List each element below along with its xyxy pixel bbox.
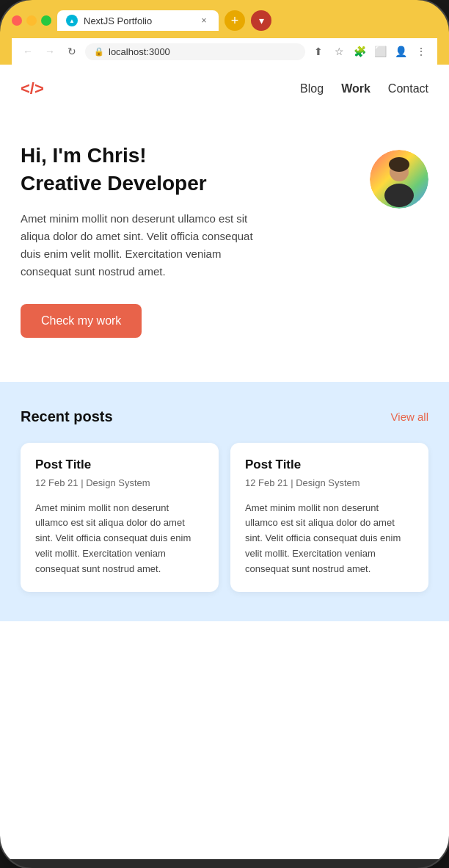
avatar-image	[370, 150, 428, 209]
url-text: localhost:3000	[109, 46, 170, 57]
url-field[interactable]: 🔒 localhost:3000	[85, 43, 305, 60]
address-bar: ← → ↻ 🔒 localhost:3000 ⬆ ☆ 🧩 ⬜ 👤 ⋮	[12, 38, 437, 65]
bookmark-icon[interactable]: ☆	[330, 43, 348, 60]
cta-button[interactable]: Check my work	[21, 304, 142, 338]
traffic-light-red[interactable]	[12, 15, 22, 26]
post-excerpt-2: Amet minim mollit non deserunt ullamco e…	[245, 501, 414, 577]
browser-actions: ⬆ ☆ 🧩 ⬜ 👤 ⋮	[310, 43, 430, 60]
hero-greeting: Hi, I'm Chris!	[21, 142, 358, 169]
phone-frame: ▲ NextJS Portfolio × + ▾ ← → ↻ 🔒 localho…	[0, 0, 449, 868]
section-header: Recent posts View all	[21, 408, 428, 425]
svg-point-3	[384, 184, 414, 207]
nav-link-work[interactable]: Work	[341, 82, 370, 95]
tab-favicon: ▲	[66, 15, 78, 26]
avatar-svg	[370, 150, 428, 209]
avatar-container	[370, 150, 428, 209]
lock-icon: 🔒	[94, 47, 104, 57]
navbar: </> Blog Work Contact	[0, 65, 449, 113]
tab-close-button[interactable]: ×	[198, 15, 210, 26]
post-meta-1: 12 Feb 21 | Design System	[35, 477, 204, 490]
hero-inner: Hi, I'm Chris! Creative Developer Amet m…	[21, 142, 428, 281]
recent-posts-section: Recent posts View all Post Title 12 Feb …	[0, 382, 449, 621]
hero-text: Hi, I'm Chris! Creative Developer Amet m…	[21, 142, 358, 281]
hero-role: Creative Developer	[21, 172, 358, 195]
traffic-light-yellow[interactable]	[26, 15, 37, 26]
tab-switcher-icon[interactable]: ⬜	[371, 43, 389, 60]
hero-description: Amet minim mollit non deserunt ullamco e…	[21, 210, 270, 281]
site-logo[interactable]: </>	[21, 79, 44, 98]
tab-title: NextJS Portfolio	[84, 15, 192, 26]
nav-link-blog[interactable]: Blog	[300, 82, 324, 95]
avatar	[370, 150, 428, 209]
traffic-light-green[interactable]	[41, 15, 51, 26]
more-options-icon[interactable]: ⋮	[412, 43, 430, 60]
refresh-button[interactable]: ↻	[63, 43, 81, 60]
page-content: </> Blog Work Contact Hi, I'm Chris! Cre…	[0, 65, 449, 859]
post-card-2[interactable]: Post Title 12 Feb 21 | Design System Ame…	[230, 443, 428, 591]
browser-tab-active[interactable]: ▲ NextJS Portfolio ×	[57, 10, 219, 31]
view-all-link[interactable]: View all	[391, 411, 428, 423]
forward-button[interactable]: →	[41, 43, 59, 60]
post-title-1: Post Title	[35, 457, 204, 472]
post-title-2: Post Title	[245, 457, 414, 472]
section-title: Recent posts	[21, 408, 113, 425]
traffic-lights	[12, 15, 51, 26]
nav-links: Blog Work Contact	[300, 82, 428, 95]
post-card-1[interactable]: Post Title 12 Feb 21 | Design System Ame…	[21, 443, 219, 591]
tab-bar: ▲ NextJS Portfolio × + ▾	[12, 10, 437, 31]
hero-section: Hi, I'm Chris! Creative Developer Amet m…	[0, 113, 449, 382]
posts-grid: Post Title 12 Feb 21 | Design System Ame…	[21, 443, 428, 591]
back-button[interactable]: ←	[19, 43, 37, 60]
post-meta-2: 12 Feb 21 | Design System	[245, 477, 414, 490]
svg-point-4	[389, 157, 409, 172]
extensions-icon[interactable]: 🧩	[351, 43, 368, 60]
profile-icon[interactable]: 👤	[392, 43, 409, 60]
new-tab-button[interactable]: +	[224, 10, 245, 31]
share-icon[interactable]: ⬆	[310, 43, 327, 60]
browser-chrome: ▲ NextJS Portfolio × + ▾ ← → ↻ 🔒 localho…	[0, 0, 449, 65]
browser-menu-button[interactable]: ▾	[251, 10, 271, 31]
nav-link-contact[interactable]: Contact	[388, 82, 428, 95]
post-excerpt-1: Amet minim mollit non deserunt ullamco e…	[35, 501, 204, 577]
